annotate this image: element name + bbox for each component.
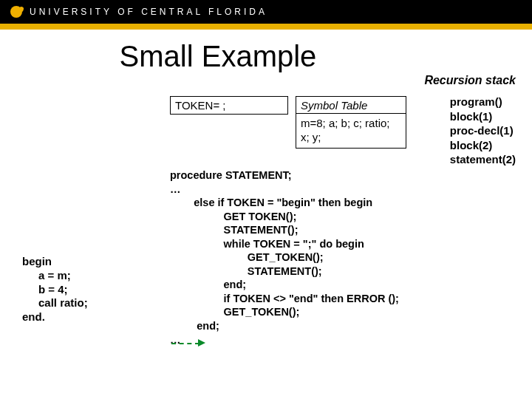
code-line: a = m; <box>22 269 88 283</box>
token-box: TOKEN= ; <box>170 96 288 115</box>
code-line: call ratio; <box>22 296 88 310</box>
recursion-stack: program() block(1) proc-decl(1) block(2)… <box>450 95 516 167</box>
arrow-icon <box>171 340 207 347</box>
brand-name: UNIVERSITY OF CENTRAL FLORIDA <box>30 7 267 17</box>
arrow-line <box>171 343 200 344</box>
app-header: UNIVERSITY OF CENTRAL FLORIDA <box>0 0 532 24</box>
code-line: begin <box>22 255 88 269</box>
stack-item: statement(2) <box>450 152 516 167</box>
code-line: b = 4; <box>22 283 88 297</box>
symbol-table-values: m=8; a; b; c; ratio; x; y; <box>296 113 406 149</box>
arrow-head-icon <box>198 339 205 347</box>
procedure-code: procedure STATEMENT; … else if TOKEN = "… <box>170 168 399 347</box>
stack-item: block(1) <box>450 109 516 124</box>
ucf-logo-icon <box>10 6 22 18</box>
stack-item: block(2) <box>450 138 516 153</box>
calling-code: begin a = m; b = 4; call ratio; end. <box>22 255 88 324</box>
slide-body: Small Example Recursion stack TOKEN= ; S… <box>0 30 532 399</box>
code-line: end. <box>22 310 88 324</box>
page-title: Small Example <box>43 40 393 73</box>
stack-item: proc-decl(1) <box>450 123 516 138</box>
recursion-stack-heading: Recursion stack <box>424 74 516 87</box>
stack-item: program() <box>450 95 516 109</box>
accent-bar <box>0 24 532 30</box>
symbol-table-heading: Symbol Table <box>296 96 406 114</box>
